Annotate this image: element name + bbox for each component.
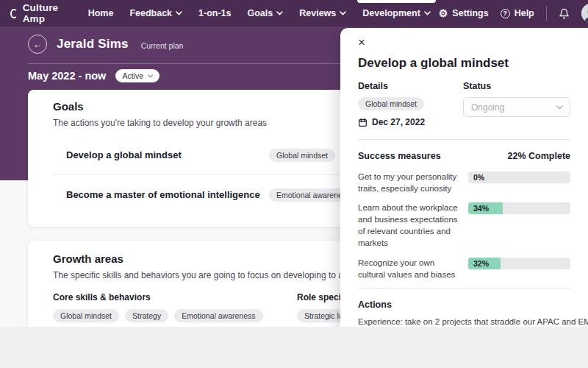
chevron-down-icon [176, 11, 182, 15]
brand-logo[interactable]: Culture Amp [10, 2, 61, 24]
culture-amp-logo-icon [10, 9, 18, 18]
nav-item-label: Goals [248, 8, 273, 18]
nav-item-label: Reviews [299, 8, 336, 18]
status-column: Status Ongoing [463, 81, 570, 127]
plan-subtitle: Current plan [141, 41, 184, 50]
nav-item-goals[interactable]: Goals [240, 0, 292, 26]
nav-item-development[interactable]: Development [354, 0, 439, 26]
plan-period: May 2022 - now [28, 70, 106, 82]
details-label: Details [358, 81, 463, 91]
action-item-text: Experience: take on 2 projects that stra… [358, 317, 570, 326]
nav-item-label: Feedback [129, 8, 172, 18]
panel-divider [358, 139, 570, 140]
plan-status-label: Active [122, 71, 143, 80]
measure-text: Get to my your personality traits, espec… [358, 171, 461, 194]
measure-row: Learn about the workplace and business e… [358, 202, 570, 249]
progress-bar-label: 0% [473, 173, 484, 182]
growth-tag: Global mindset [53, 309, 119, 322]
nav-item-home[interactable]: Home [80, 0, 122, 26]
brand-name: Culture Amp [23, 2, 61, 24]
nav-item-reviews[interactable]: Reviews [291, 0, 354, 26]
progress-bar: 32% [468, 258, 570, 269]
success-measures-header: Success measures 22% Complete [358, 151, 570, 161]
screen: Culture Amp Home Feedback 1-on-1s Goals [0, 0, 588, 368]
navbar-divider [546, 6, 547, 21]
panel-divider [358, 288, 570, 289]
status-select-value: Ongoing [471, 102, 504, 113]
close-button[interactable]: × [358, 37, 370, 49]
gear-icon: ⚙ [439, 8, 448, 18]
notifications-button[interactable] [559, 8, 570, 19]
measure-text: Learn about the workplace and business e… [358, 202, 461, 249]
status-select: Ongoing [463, 97, 570, 117]
progress-bar-label: 34% [473, 204, 489, 213]
arrow-left-icon: ← [33, 39, 43, 50]
settings-button[interactable]: ⚙ Settings [439, 8, 489, 18]
chevron-down-icon [556, 105, 563, 110]
close-icon: × [358, 35, 365, 49]
measure-row: Get to my your personality traits, espec… [358, 171, 570, 194]
status-label: Status [463, 81, 570, 91]
due-date: Dec 27, 2022 [372, 117, 425, 127]
detail-tag: Global mindset [358, 97, 424, 110]
navbar-utilities: ⚙ Settings ? Help [439, 4, 588, 23]
due-date-row: Dec 27, 2022 [358, 117, 463, 127]
primary-nav: Home Feedback 1-on-1s Goals Reviews [80, 0, 439, 26]
avatar-photo-icon [581, 4, 588, 23]
panel-title: Develop a global mindset [358, 56, 570, 71]
nav-item-1-on-1s[interactable]: 1-on-1s [190, 0, 239, 26]
page-title: Jerald Sims [57, 37, 129, 52]
completion-percentage: 22% Complete [508, 151, 570, 161]
details-column: Details Global mindset Dec 27, 2022 [358, 81, 463, 127]
growth-tags: Global mindset Strategy Emotional awaren… [53, 309, 297, 322]
goal-title: Develop a global mindset [66, 149, 269, 160]
goal-title: Become a master of emotional intelligenc… [66, 189, 269, 200]
app-viewport: Culture Amp Home Feedback 1-on-1s Goals [0, 0, 588, 327]
back-button[interactable]: ← [28, 35, 47, 54]
help-button[interactable]: ? Help [501, 8, 534, 18]
help-label: Help [514, 8, 534, 18]
nav-item-label: 1-on-1s [198, 8, 231, 18]
chevron-down-icon [148, 74, 153, 78]
measure-row: Recognize your own cultural values and b… [358, 257, 570, 280]
plan-status-dropdown[interactable]: Active [115, 69, 159, 82]
progress-bar: 0% [468, 171, 570, 183]
nav-item-feedback[interactable]: Feedback [121, 0, 190, 26]
calendar-icon [358, 118, 368, 127]
bell-icon [559, 8, 570, 19]
measure-text: Recognize your own cultural values and b… [358, 257, 461, 280]
success-measures-heading: Success measures [358, 151, 441, 161]
chevron-down-icon [424, 11, 431, 15]
chevron-down-icon [276, 11, 283, 15]
growth-tag: Emotional awareness [174, 309, 262, 322]
goal-detail-panel: × Develop a global mindset Details Globa… [340, 28, 588, 327]
growth-column-core: Core skills & behaviors Global mindset S… [53, 292, 297, 322]
user-avatar[interactable] [581, 4, 588, 23]
growth-column-heading: Core skills & behaviors [53, 292, 297, 302]
progress-bar: 34% [468, 202, 570, 214]
nav-item-label: Development [362, 8, 420, 18]
plan-period-row: May 2022 - now Active [28, 69, 159, 82]
goal-tag: Global mindset [269, 149, 335, 162]
nav-item-label: Home [88, 8, 114, 18]
actions-heading: Actions [358, 300, 570, 310]
settings-label: Settings [452, 8, 488, 18]
top-navbar: Culture Amp Home Feedback 1-on-1s Goals [0, 0, 588, 26]
panel-details-section: Details Global mindset Dec 27, 2022 Stat… [358, 81, 570, 127]
growth-tag: Strategy [125, 309, 168, 322]
success-measures-list: Get to my your personality traits, espec… [358, 171, 570, 280]
help-icon: ? [501, 9, 510, 18]
chevron-down-icon [340, 11, 346, 15]
progress-bar-label: 32% [473, 259, 489, 268]
